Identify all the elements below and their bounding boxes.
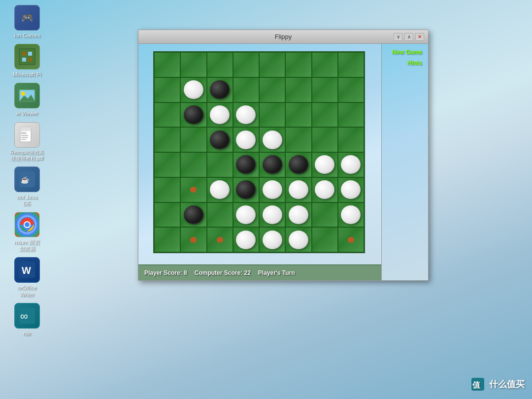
board-cell[interactable]: [180, 177, 206, 202]
white-piece: [289, 205, 308, 224]
score-bar: Player Score: 8 Computer Score: 22 Playe…: [138, 265, 381, 280]
board-cell[interactable]: [180, 152, 206, 177]
board-cell[interactable]: [180, 77, 206, 102]
icon-java[interactable]: ☕ oot JavaDE: [5, 166, 49, 207]
libreoffice-icon: W: [14, 257, 40, 283]
white-piece: [263, 131, 282, 149]
board-cell[interactable]: [180, 52, 206, 77]
icon-arduino[interactable]: ∞ rde: [5, 303, 49, 337]
board-cell[interactable]: [233, 227, 259, 252]
board-cell[interactable]: [180, 127, 206, 152]
board-cell[interactable]: [338, 152, 364, 177]
board-cell[interactable]: [154, 52, 180, 77]
maximize-button[interactable]: ∧: [404, 33, 413, 41]
board-cell[interactable]: [285, 77, 311, 102]
board-cell[interactable]: [233, 52, 259, 77]
board-cell[interactable]: [154, 202, 180, 228]
board-cell[interactable]: [233, 152, 259, 177]
white-piece: [341, 205, 361, 224]
board-cell[interactable]: [338, 202, 364, 228]
hint-dot: [190, 237, 197, 243]
white-piece: [210, 105, 230, 124]
board-cell[interactable]: [338, 102, 364, 128]
white-piece: [315, 155, 334, 174]
image-viewer-icon: [14, 83, 40, 108]
board-cell[interactable]: [207, 177, 233, 202]
board-cell[interactable]: [338, 77, 364, 102]
board-cell[interactable]: [259, 202, 285, 228]
black-piece: [210, 80, 230, 99]
icon-ion-games[interactable]: 🎮 Ion Games: [5, 5, 49, 39]
board-cell[interactable]: [312, 177, 338, 202]
chrome-label: rnium 两页划览器: [14, 239, 40, 252]
black-piece: [210, 131, 230, 149]
board-cell[interactable]: [180, 102, 206, 128]
board-cell[interactable]: [207, 77, 233, 102]
board-cell[interactable]: [312, 52, 338, 77]
board-cell[interactable]: [312, 102, 338, 128]
board-cell[interactable]: [312, 152, 338, 177]
board-cell[interactable]: [338, 227, 364, 252]
board-cell[interactable]: [154, 227, 180, 252]
board-cell[interactable]: [207, 202, 233, 228]
close-button[interactable]: ✕: [415, 33, 424, 41]
chrome-icon: [14, 212, 40, 237]
board-cell[interactable]: [259, 152, 285, 177]
arduino-icon: ∞: [14, 303, 40, 329]
board-cell[interactable]: [285, 52, 311, 77]
java-label: oot JavaDE: [17, 194, 37, 207]
board-cell[interactable]: [259, 227, 285, 252]
board-cell[interactable]: [154, 152, 180, 177]
board-cell[interactable]: [207, 152, 233, 177]
board-cell[interactable]: [259, 177, 285, 202]
board-cell[interactable]: [312, 227, 338, 252]
black-piece: [236, 180, 256, 199]
board-cell[interactable]: [233, 127, 259, 152]
svg-rect-11: [20, 127, 31, 131]
black-piece: [236, 155, 256, 174]
board-cell[interactable]: [154, 102, 180, 128]
board-cell[interactable]: [312, 77, 338, 102]
svg-rect-3: [22, 58, 26, 62]
board-cell[interactable]: [285, 152, 311, 177]
board-cell[interactable]: [207, 227, 233, 252]
retropie-pdf-icon: DOC: [14, 122, 40, 148]
board-cell[interactable]: [180, 227, 206, 252]
board-cell[interactable]: [285, 102, 311, 128]
icon-libreoffice[interactable]: W reOfficeWriter: [5, 257, 49, 298]
board-cell[interactable]: [338, 52, 364, 77]
board-cell[interactable]: [233, 177, 259, 202]
icon-chrome[interactable]: rnium 两页划览器: [5, 212, 49, 252]
board-cell[interactable]: [338, 177, 364, 202]
icon-minecraft[interactable]: Minecraft Pi: [5, 44, 49, 78]
icon-retropie-pdf[interactable]: DOC Retropie游戏系统使用教程.pdf: [5, 122, 49, 162]
board-cell[interactable]: [285, 127, 311, 152]
board-cell[interactable]: [154, 127, 180, 152]
libreoffice-label: reOfficeWriter: [18, 285, 36, 298]
board-cell[interactable]: [154, 177, 180, 202]
board-cell[interactable]: [259, 52, 285, 77]
board-cell[interactable]: [312, 127, 338, 152]
board-cell[interactable]: [233, 102, 259, 128]
board-cell[interactable]: [285, 227, 311, 252]
board-cell[interactable]: [259, 127, 285, 152]
board-cell[interactable]: [154, 77, 180, 102]
board-cell[interactable]: [207, 52, 233, 77]
board-cell[interactable]: [312, 202, 338, 228]
board-cell[interactable]: [207, 102, 233, 128]
minimize-button[interactable]: ∨: [394, 33, 402, 41]
icon-image-viewer[interactable]: ie Viewer: [5, 83, 49, 117]
image-viewer-label: ie Viewer: [16, 110, 38, 117]
new-game-button[interactable]: New Game: [390, 48, 424, 57]
board-cell[interactable]: [285, 202, 311, 228]
hint-dot: [190, 187, 197, 193]
board-cell[interactable]: [259, 102, 285, 128]
board-cell[interactable]: [233, 202, 259, 228]
hints-button[interactable]: Hints: [405, 59, 424, 67]
board-cell[interactable]: [180, 202, 206, 228]
board-cell[interactable]: [285, 177, 311, 202]
board-cell[interactable]: [259, 77, 285, 102]
board-cell[interactable]: [233, 77, 259, 102]
board-cell[interactable]: [338, 127, 364, 152]
board-cell[interactable]: [207, 127, 233, 152]
